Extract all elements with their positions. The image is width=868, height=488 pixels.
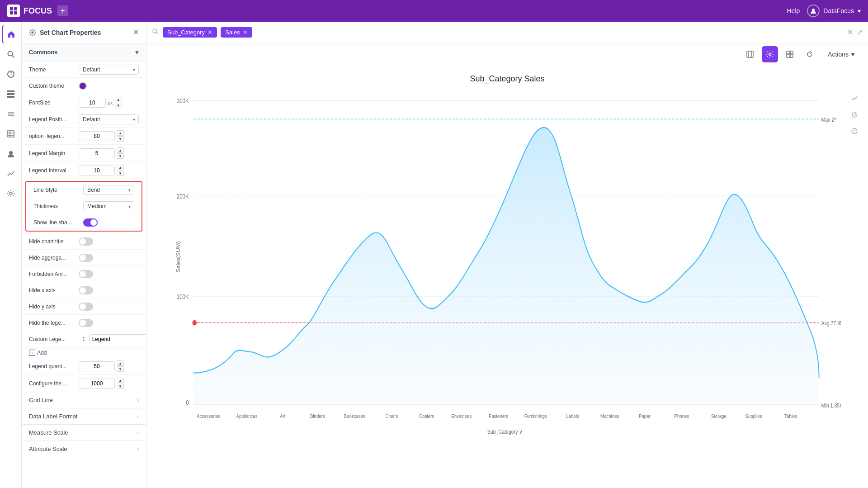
theme-control: DefaultDarkLight bbox=[79, 65, 139, 75]
fontsize-decrement[interactable]: ▼ bbox=[115, 103, 122, 108]
chart-settings-icon bbox=[29, 29, 36, 36]
search-expand-button[interactable]: ⤢ bbox=[857, 28, 863, 37]
fontsize-row: FontSize px ▲ ▼ bbox=[22, 94, 146, 111]
search-clear-button[interactable]: ✕ bbox=[847, 28, 853, 37]
grid-view-button[interactable] bbox=[782, 46, 798, 62]
search-main-input[interactable] bbox=[256, 29, 844, 36]
legend-margin-decrement[interactable]: ▼ bbox=[117, 153, 124, 159]
legend-margin-row: Legend Margin ▲ ▼ bbox=[22, 145, 146, 162]
fontsize-input[interactable] bbox=[79, 98, 106, 108]
forbidden-ani-row: Forbidden Ani... bbox=[22, 266, 146, 282]
legend-quant-decrement[interactable]: ▼ bbox=[117, 366, 124, 372]
chart-help-icon[interactable]: ? bbox=[848, 125, 861, 137]
sales-tag-close[interactable]: ✕ bbox=[243, 29, 248, 36]
theme-select[interactable]: DefaultDarkLight bbox=[79, 65, 139, 75]
data-label-format-section[interactable]: Data Label Format › bbox=[22, 408, 146, 425]
sidebar-item-list[interactable] bbox=[2, 125, 20, 143]
option-legen-stepper: ▲ ▼ bbox=[117, 130, 124, 142]
hide-chart-title-toggle[interactable] bbox=[79, 237, 93, 246]
legend-margin-increment[interactable]: ▲ bbox=[117, 147, 124, 153]
sidebar-item-home[interactable] bbox=[2, 25, 20, 43]
hide-x-axis-toggle[interactable] bbox=[79, 286, 93, 294]
fontsize-increment[interactable]: ▲ bbox=[115, 97, 122, 102]
sidebar-item-settings[interactable] bbox=[2, 185, 20, 203]
svg-rect-30 bbox=[787, 55, 789, 57]
commons-section-header[interactable]: Commons ▾ bbox=[22, 43, 146, 62]
main-content: Sub_Category ✕ Sales ✕ ✕ ⤢ Actions ▾ Sub bbox=[146, 22, 868, 488]
sub-category-tag-close[interactable]: ✕ bbox=[208, 29, 212, 36]
thickness-select[interactable]: ThinMediumThick bbox=[83, 201, 134, 211]
hide-chart-title-row: Hide chart title bbox=[22, 233, 146, 250]
configure-the-input[interactable] bbox=[79, 379, 115, 389]
sidebar-item-tables[interactable] bbox=[2, 85, 20, 103]
option-legen-increment[interactable]: ▲ bbox=[117, 130, 124, 136]
custom-theme-control bbox=[79, 82, 139, 90]
svg-text:Sales(SUM): Sales(SUM) bbox=[176, 241, 181, 272]
thickness-control: ThinMediumThick bbox=[83, 201, 134, 211]
measure-scale-section[interactable]: Measure Scale › bbox=[22, 425, 146, 441]
actions-button[interactable]: Actions ▾ bbox=[821, 48, 861, 61]
legend-margin-label: Legend Margin bbox=[29, 150, 79, 156]
hide-y-axis-toggle[interactable] bbox=[79, 303, 93, 311]
svg-text:Bookcases: Bookcases bbox=[344, 413, 365, 419]
show-line-sha-toggle[interactable] bbox=[83, 218, 98, 227]
hide-chart-title-control bbox=[79, 237, 139, 246]
svg-rect-28 bbox=[787, 51, 789, 54]
hide-lege-toggle[interactable] bbox=[79, 319, 93, 327]
settings-active-button[interactable] bbox=[762, 46, 778, 62]
add-tab-button[interactable]: + bbox=[57, 5, 68, 16]
chart-line-icon[interactable] bbox=[848, 92, 861, 105]
option-legen-decrement[interactable]: ▼ bbox=[117, 136, 124, 142]
forbidden-ani-toggle[interactable] bbox=[79, 270, 93, 278]
svg-text:?: ? bbox=[9, 71, 12, 77]
sidebar-item-analytics[interactable] bbox=[2, 165, 20, 183]
configure-the-decrement[interactable]: ▼ bbox=[117, 384, 124, 389]
option-legen-row: option_legen... ▲ ▼ bbox=[22, 128, 146, 145]
measure-scale-label: Measure Scale bbox=[29, 429, 68, 436]
hide-aggrega-toggle[interactable] bbox=[79, 254, 93, 262]
legend-interval-increment[interactable]: ▲ bbox=[117, 165, 124, 170]
configure-the-row: Configure the... ▲ ▼ bbox=[22, 375, 146, 392]
preview-button[interactable] bbox=[742, 46, 758, 62]
legend-position-select[interactable]: DefaultTopBottom bbox=[79, 114, 139, 124]
attribute-scale-section[interactable]: Attribute Scale › bbox=[22, 441, 146, 457]
grid-line-label: Grid Line bbox=[29, 397, 53, 403]
hide-aggrega-control bbox=[79, 254, 139, 262]
user-chevron-icon: ▾ bbox=[858, 7, 861, 14]
sidebar-item-search[interactable] bbox=[2, 45, 20, 63]
show-line-sha-row: Show line sha... bbox=[26, 214, 142, 231]
refresh-button[interactable] bbox=[802, 46, 818, 62]
sidebar-item-users[interactable] bbox=[2, 145, 20, 163]
chart-container: 300K 200K 100K 0 Max 2^ Avg 77.95K Min 1… bbox=[174, 93, 841, 452]
legend-margin-input[interactable] bbox=[79, 148, 115, 158]
panel-title-group: Set Chart Properties bbox=[29, 29, 101, 36]
line-style-select[interactable]: BendStraightStep bbox=[83, 185, 134, 195]
svg-line-6 bbox=[12, 56, 14, 58]
svg-rect-11 bbox=[7, 96, 14, 98]
line-style-section: Line Style BendStraightStep Thickness Th… bbox=[25, 181, 142, 232]
grid-line-section[interactable]: Grid Line › bbox=[22, 392, 146, 408]
panel-close-button[interactable]: ✕ bbox=[133, 28, 139, 37]
add-legend-button[interactable]: + Add bbox=[22, 348, 146, 358]
configure-the-increment[interactable]: ▲ bbox=[117, 378, 124, 383]
commons-label: Commons bbox=[29, 49, 58, 56]
legend-quant-input-group: ▲ ▼ bbox=[79, 360, 124, 372]
sidebar-item-help[interactable]: ? bbox=[2, 65, 20, 83]
legend-interval-input[interactable] bbox=[79, 166, 115, 175]
legend-quant-increment[interactable]: ▲ bbox=[117, 360, 124, 366]
theme-select-wrapper: DefaultDarkLight bbox=[79, 65, 139, 75]
legend-interval-decrement[interactable]: ▼ bbox=[117, 171, 124, 176]
sidebar-item-layers[interactable] bbox=[2, 105, 20, 123]
user-menu[interactable]: DataFocus ▾ bbox=[807, 5, 861, 17]
help-link[interactable]: Help bbox=[787, 7, 800, 14]
logo-icon bbox=[7, 5, 20, 17]
hide-x-axis-slider bbox=[79, 286, 93, 294]
legend-text-input[interactable] bbox=[89, 334, 146, 344]
custom-theme-color-picker[interactable] bbox=[79, 82, 87, 90]
svg-text:Paper: Paper bbox=[639, 413, 651, 419]
svg-point-20 bbox=[9, 192, 12, 195]
hide-x-axis-control bbox=[79, 286, 139, 294]
chart-refresh-icon[interactable] bbox=[848, 109, 861, 121]
legend-quant-input[interactable] bbox=[79, 361, 115, 371]
option-legen-input[interactable] bbox=[79, 131, 115, 141]
